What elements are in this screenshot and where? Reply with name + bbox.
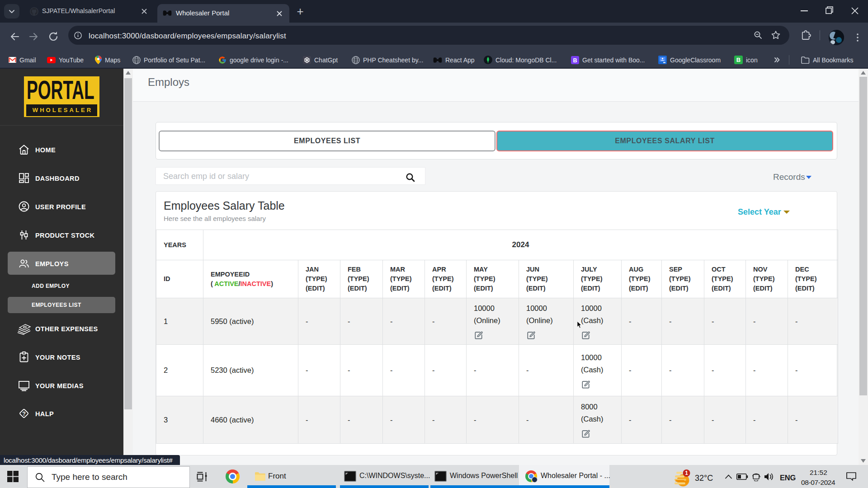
- svg-text:B: B: [573, 57, 577, 63]
- svg-text:B: B: [736, 56, 741, 63]
- svg-text:1: 1: [685, 470, 688, 476]
- svg-text:?: ?: [22, 411, 26, 417]
